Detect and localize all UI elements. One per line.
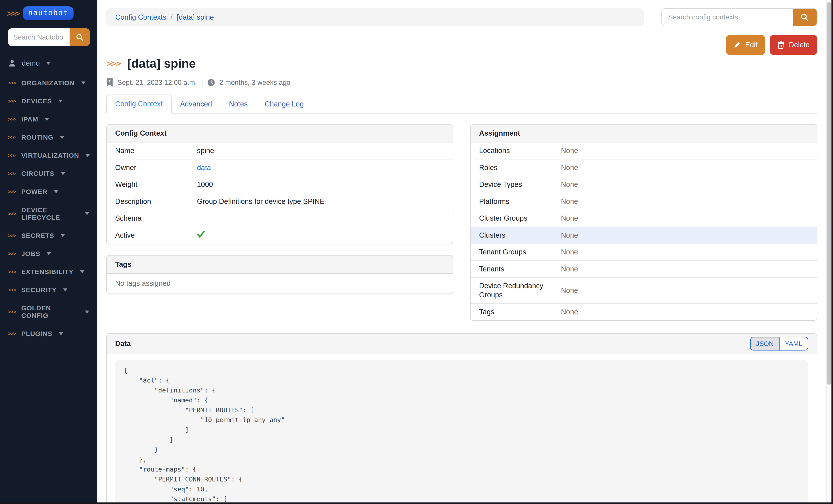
config-context-search-input[interactable] [662,9,793,25]
sidebar-item-device-lifecycle[interactable]: >>>DEVICE LIFECYCLE [0,201,97,226]
json-toggle-button[interactable]: JSON [750,337,779,351]
edit-button-label: Edit [745,41,758,49]
row-label: Active [115,231,197,240]
tab-advanced[interactable]: Advanced [172,95,220,113]
tab-notes[interactable]: Notes [220,95,256,113]
user-menu[interactable]: demo [8,59,89,67]
chevron-down-icon [63,288,67,291]
sidebar-item-golden-config[interactable]: >>>GOLDEN CONFIG [0,299,97,325]
sidebar-item-plugins[interactable]: >>>PLUGINS [0,325,97,343]
panel-title: Data [115,340,131,348]
yaml-toggle-button[interactable]: YAML [779,337,808,351]
sidebar-item-secrets[interactable]: >>>SECRETS [0,226,97,245]
sidebar-item-organization[interactable]: >>>ORGANIZATION [0,74,97,92]
sidebar-search-button[interactable] [70,28,90,46]
row-value: None [561,214,578,223]
row-value: None [561,286,578,295]
chevrons-icon: >>> [8,189,16,195]
search-icon [800,13,809,21]
chevrons-icon: >>> [8,251,16,257]
chevron-down-icon [54,190,58,193]
scrollbar-thumb[interactable] [827,2,831,385]
chevrons-icon: >>> [8,309,16,315]
table-row-name: Name spine [107,142,453,160]
chevrons-icon: >>> [8,287,16,293]
chevron-down-icon [61,234,65,237]
sidebar-item-security[interactable]: >>>SECURITY [0,281,97,299]
last-updated: 2 months, 3 weeks ago [219,79,290,87]
vertical-scrollbar[interactable] [826,0,831,504]
tags-panel: Tags No tags assigned [106,255,453,294]
row-value: 1000 [197,180,213,189]
row-value: None [561,247,578,257]
chevron-down-icon [45,118,49,121]
chevron-down-icon [81,81,86,85]
chevron-down-icon [59,332,63,335]
row-value: None [561,163,578,172]
table-row-weight: Weight 1000 [107,176,453,193]
data-format-toggle: JSON YAML [750,337,808,351]
sidebar-search-input[interactable] [8,28,70,46]
sidebar-item-routing[interactable]: >>>ROUTING [0,128,97,146]
owner-link[interactable]: data [197,164,211,172]
chevrons-icon: >>> [8,269,16,275]
chevron-down-icon [61,172,65,175]
chevrons-icon: >>> [8,170,16,177]
data-panel-header: Data JSON YAML [107,334,817,354]
screen-edge-bottom [0,502,833,504]
sidebar-item-power[interactable]: >>>POWER [0,183,97,201]
row-label: Schema [115,214,197,223]
table-row-roles: Roles None [471,160,817,176]
sidebar-item-extensibility[interactable]: >>>EXTENSIBILITY [0,263,97,281]
sidebar-item-virtualization[interactable]: >>>VIRTUALIZATION [0,146,97,165]
table-row-cluster-groups: Cluster Groups None [471,210,817,227]
chevron-down-icon [58,100,63,102]
panel-title: Tags [107,256,453,273]
row-value: None [561,197,578,206]
clock-icon [207,79,215,87]
row-label: Weight [115,180,197,189]
created-date: Sept. 21, 2023 12:00 a.m. [118,79,197,87]
chevrons-icon: >>> [8,134,16,141]
nautobot-config-context-page: >>> nautobot demo >>>ORGANIZATION >>>DEV… [0,0,833,504]
table-row-owner: Owner data [107,160,453,176]
breadcrumb-current[interactable]: [data] spine [177,13,214,21]
sidebar-search [8,28,90,46]
config-context-search [661,8,817,26]
sidebar-item-label: JOBS [21,250,40,258]
table-row-platforms: Platforms None [471,193,817,210]
tab-config-context[interactable]: Config Context [106,95,172,114]
edit-button[interactable]: Edit [726,35,765,55]
sidebar-item-jobs[interactable]: >>>JOBS [0,245,97,263]
chevron-down-icon [60,136,64,139]
delete-button[interactable]: Delete [770,35,817,55]
check-icon [197,231,205,238]
chevrons-icon: >>> [8,152,16,159]
sidebar-item-devices[interactable]: >>>DEVICES [0,92,97,110]
row-label: Device Redundancy Groups [479,281,561,299]
tab-change-log[interactable]: Change Log [256,95,312,113]
sidebar-nav: >>>ORGANIZATION >>>DEVICES >>>IPAM >>>RO… [0,74,97,343]
chevrons-icon: >>> [8,116,16,122]
nautobot-logo[interactable]: >>> nautobot [7,6,91,20]
table-row-tenant-groups: Tenant Groups None [471,244,817,261]
title-chevrons-icon: >>> [106,58,120,69]
chevron-down-icon [85,311,89,313]
trash-icon [777,41,785,49]
row-label: Cluster Groups [479,214,561,223]
sidebar-item-circuits[interactable]: >>>CIRCUITS [0,165,97,183]
row-label: Platforms [479,197,561,206]
config-context-search-button[interactable] [793,9,817,25]
row-label: Owner [115,163,197,172]
chevron-down-icon [86,154,90,157]
sidebar-item-ipam[interactable]: >>>IPAM [0,110,97,128]
breadcrumb: Config Contexts / [data] spine [106,8,644,26]
chevron-down-icon [47,252,51,255]
row-value: Group Definitions for device type SPINE [197,197,325,206]
row-label: Name [115,146,197,155]
breadcrumb-config-contexts[interactable]: Config Contexts [115,13,166,21]
row-label: Tenants [479,265,561,274]
row-label: Clusters [479,231,561,240]
table-row-device-types: Device Types None [471,176,817,193]
page-title-row: >>> [data] spine [106,56,817,70]
